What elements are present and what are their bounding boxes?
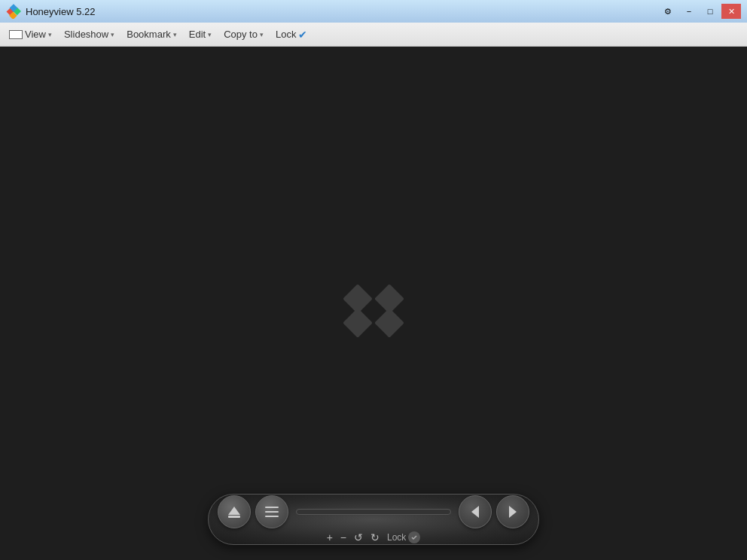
window-controls: ⚙ − □ ✕ [658,4,741,19]
progress-bar[interactable] [296,509,451,515]
close-button[interactable]: ✕ [721,4,741,19]
maximize-button[interactable]: □ [700,4,720,19]
bottom-toolbar: + − ↺ ↻ Lock [208,494,539,545]
rotate-left-button[interactable]: ↺ [354,531,363,543]
svg-rect-10 [265,507,279,508]
logo-watermark [340,269,407,337]
app-logo [6,4,21,19]
next-button[interactable] [496,495,529,528]
svg-marker-8 [228,507,240,515]
menu-edit-label: Edit [189,29,206,40]
toolbar-bottom-row: + − ↺ ↻ Lock [327,531,421,543]
menu-bar: View ▾ Slideshow ▾ Bookmark ▾ Edit ▾ Cop… [0,23,747,47]
title-bar: Honeyview 5.22 ⚙ − □ ✕ [0,0,747,23]
lock-indicator[interactable]: Lock [387,531,420,543]
app-title: Honeyview 5.22 [26,6,658,17]
copyto-dropdown-arrow: ▾ [260,31,264,38]
settings-button[interactable]: ⚙ [658,4,678,19]
menu-view-label: View [25,29,46,40]
menu-button[interactable] [255,495,288,528]
view-dropdown-arrow: ▾ [48,31,52,38]
svg-rect-7 [374,308,404,337]
minimize-button[interactable]: − [679,4,699,19]
toolbar-top-row [218,495,529,528]
menu-bookmark[interactable]: Bookmark ▾ [120,26,183,43]
slideshow-dropdown-arrow: ▾ [111,31,114,38]
zoom-out-button[interactable]: − [340,531,346,543]
prev-button[interactable] [459,495,492,528]
edit-dropdown-arrow: ▾ [208,31,212,38]
lock-text: Lock [387,532,406,543]
menu-copyto[interactable]: Copy to ▾ [218,26,270,43]
toolbar-inner: + − ↺ ↻ Lock [218,495,529,544]
lock-check-indicator [408,531,420,543]
svg-rect-12 [265,516,279,517]
svg-rect-11 [265,511,279,513]
menu-slideshow-label: Slideshow [64,29,108,40]
bookmark-dropdown-arrow: ▾ [173,31,177,38]
menu-copyto-label: Copy to [224,29,258,40]
menu-bookmark-label: Bookmark [127,29,171,40]
svg-rect-9 [228,516,240,518]
main-area: + − ↺ ↻ Lock [0,47,747,560]
svg-marker-13 [471,506,479,518]
zoom-in-button[interactable]: + [327,531,333,543]
menu-lock-label: Lock [276,29,296,40]
menu-slideshow[interactable]: Slideshow ▾ [58,26,120,43]
lock-check-icon: ✔ [298,29,307,41]
menu-lock[interactable]: Lock ✔ [270,26,313,44]
menu-edit[interactable]: Edit ▾ [183,26,218,43]
eject-button[interactable] [218,495,251,528]
svg-marker-14 [509,506,517,518]
view-icon [9,30,23,39]
svg-rect-6 [343,308,373,337]
rotate-right-button[interactable]: ↻ [370,531,380,543]
menu-view[interactable]: View ▾ [3,26,58,43]
